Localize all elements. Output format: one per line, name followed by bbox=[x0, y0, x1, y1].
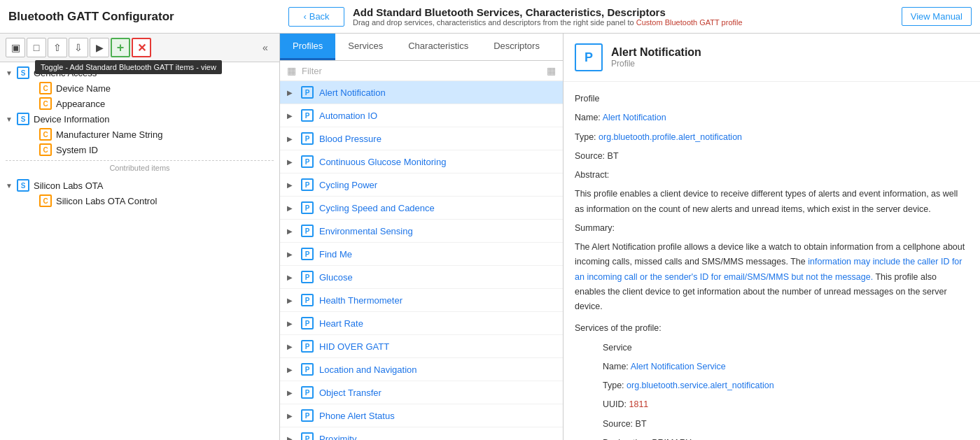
list-item[interactable]: ▶ P Location and Navigation bbox=[280, 358, 563, 381]
list-item[interactable]: ▶ P Glucose bbox=[280, 266, 563, 289]
list-item-label: Location and Navigation bbox=[319, 364, 417, 375]
list-item-arrow: ▶ bbox=[287, 204, 297, 212]
filter-icon: ▦ bbox=[287, 65, 296, 76]
left-panel: ▣ □ ⇧ ⇩ ▶ + ✕ « Toggle - Add Standard Bl… bbox=[0, 34, 280, 440]
tree-item-silicon-labs-ota[interactable]: ▼ S Silicon Labs OTA bbox=[0, 178, 279, 193]
list-item[interactable]: ▶ P Cycling Speed and Cadence bbox=[280, 197, 563, 220]
list-item-badge: P bbox=[301, 340, 314, 353]
detail-name-value: Alert Notification bbox=[603, 113, 666, 122]
toolbar-btn-new-doc[interactable]: ▣ bbox=[6, 38, 25, 57]
header-subtitle: Drag and drop services, characteristics … bbox=[353, 18, 743, 27]
detail-service-name-value: Alert Notification Service bbox=[631, 362, 726, 371]
left-tree: ▼ S Generic Access C Device Name C Appea… bbox=[0, 62, 279, 440]
list-item-badge: P bbox=[301, 225, 314, 237]
collapse-panel-button[interactable]: « bbox=[257, 39, 274, 56]
toolbar-btn-remove[interactable]: ✕ bbox=[132, 38, 151, 57]
back-button[interactable]: ‹ Back bbox=[288, 7, 344, 27]
list-item-badge: P bbox=[301, 155, 314, 168]
list-item[interactable]: ▶ P Automation IO bbox=[280, 104, 563, 127]
list-item-arrow: ▶ bbox=[287, 250, 297, 258]
tree-item-appearance[interactable]: C Appearance bbox=[0, 96, 279, 111]
list-item[interactable]: ▶ P Proximity bbox=[280, 427, 563, 440]
tree-item-system-id[interactable]: C System ID bbox=[0, 142, 279, 157]
list-item-badge: P bbox=[301, 248, 314, 260]
list-item[interactable]: ▶ P Blood Pressure bbox=[280, 127, 563, 150]
detail-title: Alert Notification bbox=[611, 46, 701, 59]
toolbar-btn-down[interactable]: ⇩ bbox=[69, 38, 88, 57]
detail-service-uuid-value: 1811 bbox=[629, 399, 649, 409]
toolbar-btn-up[interactable]: ⇧ bbox=[48, 38, 67, 57]
list-item[interactable]: ▶ P Cycling Power bbox=[280, 173, 563, 197]
detail-service-declaration: Declaration: PRIMARY bbox=[603, 436, 969, 440]
toolbar-btn-copy[interactable]: □ bbox=[27, 38, 46, 57]
detail-service-name-label: Name: bbox=[603, 362, 629, 371]
detail-source-value: BT bbox=[608, 151, 619, 161]
tree-item-device-name[interactable]: C Device Name bbox=[0, 80, 279, 96]
tab-characteristics[interactable]: Characteristics bbox=[396, 34, 481, 60]
list-item-arrow: ▶ bbox=[287, 412, 297, 420]
detail-type-label: Type: bbox=[575, 132, 596, 142]
list-item[interactable]: ▶ P Environmental Sensing bbox=[280, 220, 563, 243]
detail-service-source-value: BT bbox=[636, 419, 647, 429]
expand-arrow: ▼ bbox=[6, 69, 17, 77]
list-item-label: Blood Pressure bbox=[319, 134, 382, 144]
list-item[interactable]: ▶ P Object Transfer bbox=[280, 381, 563, 404]
tree-label: Device Name bbox=[56, 83, 111, 94]
list-item-label: Glucose bbox=[319, 272, 353, 283]
top-header: Bluetooth GATT Configurator ‹ Back Add S… bbox=[0, 0, 980, 34]
list-item-badge: P bbox=[301, 271, 314, 283]
profiles-list: ▶ P Alert Notification ▶ P Automation IO… bbox=[280, 81, 563, 440]
tab-profiles[interactable]: Profiles bbox=[280, 34, 335, 60]
list-item-arrow: ▶ bbox=[287, 343, 297, 350]
detail-panel: P Alert Notification Profile Profile Nam… bbox=[564, 34, 980, 440]
detail-name: Name: Alert Notification bbox=[575, 111, 969, 125]
list-item[interactable]: ▶ P Health Thermometer bbox=[280, 289, 563, 312]
tab-descriptors[interactable]: Descriptors bbox=[481, 34, 552, 60]
list-item-arrow: ▶ bbox=[287, 135, 297, 143]
filter-row: ▦ ▦ bbox=[280, 61, 563, 81]
list-item-label: Automation IO bbox=[319, 111, 377, 121]
list-item[interactable]: ▶ P Continuous Glucose Monitoring bbox=[280, 150, 563, 173]
list-item[interactable]: ▶ P Alert Notification bbox=[280, 81, 563, 104]
filter-options-icon[interactable]: ▦ bbox=[547, 65, 556, 76]
tree-label: System ID bbox=[56, 145, 98, 155]
list-item-label: Object Transfer bbox=[319, 388, 382, 398]
list-item-badge: P bbox=[301, 201, 314, 214]
list-item-label: Continuous Glucose Monitoring bbox=[319, 157, 446, 167]
list-item[interactable]: ▶ P HID OVER GATT bbox=[280, 335, 563, 358]
badge-service: S bbox=[17, 66, 29, 79]
left-toolbar: ▣ □ ⇧ ⇩ ▶ + ✕ « Toggle - Add Standard Bl… bbox=[0, 34, 279, 62]
content-area: ▣ □ ⇧ ⇩ ▶ + ✕ « Toggle - Add Standard Bl… bbox=[0, 34, 980, 440]
list-item[interactable]: ▶ P Phone Alert Status bbox=[280, 404, 563, 427]
tree-item-silicon-labs-ota-control[interactable]: C Silicon Labs OTA Control bbox=[0, 193, 279, 208]
detail-service-type: Type: org.bluetooth.service.alert_notifi… bbox=[603, 378, 969, 393]
toolbar-tooltip: Toggle - Add Standard Bluetooth GATT ite… bbox=[35, 60, 222, 74]
filter-input[interactable] bbox=[302, 66, 547, 76]
detail-service-section: Service Name: Alert Notification Service… bbox=[575, 341, 969, 441]
list-item-label: Alert Notification bbox=[319, 87, 386, 98]
detail-services-label: Services of the profile: bbox=[575, 321, 969, 336]
tabs-bar: Profiles Services Characteristics Descri… bbox=[280, 34, 563, 61]
contributed-label: Contributed items bbox=[6, 160, 274, 175]
list-item-arrow: ▶ bbox=[287, 227, 297, 235]
tab-services[interactable]: Services bbox=[335, 34, 396, 60]
tree-item-device-information[interactable]: ▼ S Device Information bbox=[0, 111, 279, 127]
list-item-arrow: ▶ bbox=[287, 297, 297, 304]
list-item[interactable]: ▶ P Heart Rate bbox=[280, 312, 563, 335]
list-item-badge: P bbox=[301, 132, 314, 145]
back-arrow-icon: ‹ bbox=[303, 11, 306, 22]
detail-service-name: Name: Alert Notification Service bbox=[603, 360, 969, 374]
tree-label: Silicon Labs OTA Control bbox=[56, 196, 157, 206]
toolbar-btn-add[interactable]: + bbox=[111, 38, 130, 57]
detail-abstract-label: Abstract: bbox=[575, 168, 969, 183]
detail-body: Profile Name: Alert Notification Type: o… bbox=[564, 82, 980, 440]
tree-item-manufacturer-name[interactable]: C Manufacturer Name String bbox=[0, 127, 279, 142]
view-manual-button[interactable]: View Manual bbox=[902, 7, 972, 26]
list-item[interactable]: ▶ P Find Me bbox=[280, 243, 563, 266]
badge-characteristic: C bbox=[39, 128, 52, 141]
middle-panel: Profiles Services Characteristics Descri… bbox=[280, 34, 564, 440]
list-item-arrow: ▶ bbox=[287, 435, 297, 441]
list-item-badge: P bbox=[301, 86, 314, 99]
toolbar-btn-import[interactable]: ▶ bbox=[90, 38, 109, 57]
list-item-badge: P bbox=[301, 409, 314, 422]
